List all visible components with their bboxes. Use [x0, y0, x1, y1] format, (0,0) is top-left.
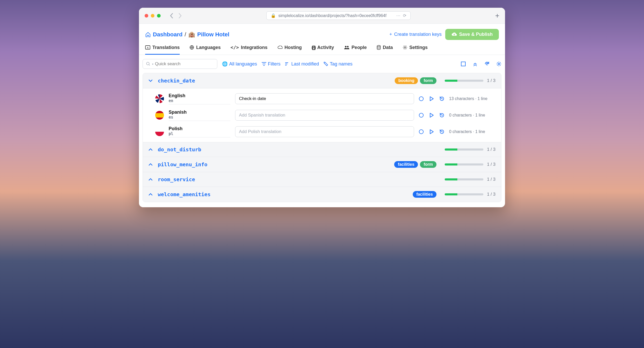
- page-header: Dashboard / 🏨 Pillow Hotel + Create tran…: [139, 24, 505, 40]
- url-text: simplelocalize.io/dashboard/projects/?ha…: [278, 13, 386, 18]
- create-keys-button[interactable]: + Create translation keys: [389, 32, 442, 37]
- key-row[interactable]: room_service1 / 3: [143, 172, 501, 187]
- tag[interactable]: facilities: [394, 161, 418, 168]
- language-label: Polishpl: [169, 126, 230, 137]
- history-icon[interactable]: [439, 96, 444, 101]
- tab-settings[interactable]: Settings: [403, 45, 428, 55]
- tab-label: People: [352, 45, 367, 50]
- expand-icon[interactable]: [461, 61, 466, 67]
- key-name[interactable]: checkin_date: [158, 78, 195, 84]
- svg-text:A: A: [147, 46, 149, 49]
- all-languages-label: All languages: [229, 61, 257, 67]
- progress-count: 1 / 3: [487, 177, 496, 182]
- forward-button[interactable]: [178, 13, 182, 19]
- collapse-all-icon[interactable]: [473, 61, 478, 67]
- key-name[interactable]: pillow_menu_info: [158, 161, 208, 168]
- tab-hosting[interactable]: Hosting: [277, 45, 302, 55]
- tag[interactable]: booking: [395, 77, 418, 84]
- translate-icon[interactable]: ⋯: [396, 13, 400, 18]
- flag-icon: [155, 94, 164, 103]
- tab-integrations[interactable]: </>Integrations: [230, 45, 268, 55]
- circle-icon[interactable]: [419, 129, 424, 134]
- tag[interactable]: form: [420, 77, 436, 84]
- tab-label: Activity: [317, 45, 334, 50]
- tab-activity[interactable]: ((·))Activity: [312, 45, 334, 55]
- key-row[interactable]: do_not_disturb1 / 3: [143, 142, 501, 157]
- key-progress: 1 / 3: [445, 177, 496, 182]
- breadcrumb-dashboard[interactable]: Dashboard: [153, 31, 183, 38]
- play-icon[interactable]: [430, 96, 434, 101]
- key-name[interactable]: do_not_disturb: [158, 146, 201, 153]
- tabs: ATranslationsLanguages</>IntegrationsHos…: [139, 40, 505, 55]
- last-modified-button[interactable]: Last modified: [285, 61, 319, 67]
- translation-input[interactable]: [235, 110, 414, 121]
- last-modified-label: Last modified: [291, 61, 319, 67]
- translation-input[interactable]: [235, 93, 414, 104]
- tab-label: Translations: [152, 45, 180, 50]
- tag[interactable]: form: [420, 161, 436, 168]
- url-field[interactable]: 🔒 simplelocalize.io/dashboard/projects/?…: [266, 11, 411, 20]
- tab-people[interactable]: People: [344, 45, 367, 55]
- breadcrumb-project[interactable]: Pillow Hotel: [197, 31, 229, 38]
- chevron-icon: [148, 79, 154, 82]
- key-name[interactable]: welcome_amenities: [158, 191, 211, 197]
- key-row[interactable]: pillow_menu_infofacilitiesform1 / 3: [143, 157, 501, 172]
- gear-icon[interactable]: [496, 61, 501, 67]
- key-progress: 1 / 3: [445, 147, 496, 152]
- chevron-down-icon: ▾: [152, 63, 153, 65]
- reload-icon[interactable]: ⟳: [403, 13, 406, 18]
- chevron-icon: [148, 193, 154, 196]
- tab-label: Settings: [409, 45, 428, 50]
- translation-meta: 0 characters · 1 line: [449, 113, 496, 118]
- progress-count: 1 / 3: [487, 162, 496, 167]
- breadcrumb-sep: /: [185, 31, 186, 38]
- translation-input[interactable]: [235, 126, 414, 137]
- url-bar: 🔒 simplelocalize.io/dashboard/projects/?…: [186, 11, 491, 20]
- new-tab-button[interactable]: +: [495, 12, 499, 20]
- svg-point-11: [419, 97, 423, 101]
- circle-icon[interactable]: [419, 113, 424, 118]
- key-row[interactable]: checkin_datebookingform1 / 3: [143, 73, 501, 88]
- maximize-window-button[interactable]: [157, 14, 161, 18]
- search-input[interactable]: [155, 61, 214, 67]
- key-progress: 1 / 3: [445, 78, 496, 83]
- history-icon[interactable]: [439, 113, 444, 118]
- home-icon[interactable]: [145, 32, 151, 37]
- traffic-lights: [145, 14, 161, 18]
- key-name[interactable]: room_service: [158, 176, 195, 183]
- tab-icon: [377, 45, 381, 50]
- tab-translations[interactable]: ATranslations: [145, 45, 180, 55]
- minimize-window-button[interactable]: [151, 14, 154, 18]
- titlebar: 🔒 simplelocalize.io/dashboard/projects/?…: [139, 8, 505, 24]
- key-row[interactable]: welcome_amenitiesfacilities1 / 3: [143, 187, 501, 202]
- language-rows: Englishen13 characters · 1 lineSpanishes…: [143, 88, 501, 142]
- back-button[interactable]: [170, 13, 174, 19]
- language-row: Englishen13 characters · 1 line: [143, 90, 501, 107]
- lock-icon: 🔒: [271, 13, 276, 18]
- svg-point-13: [419, 130, 423, 134]
- all-languages-button[interactable]: 🌐All languages: [222, 61, 257, 67]
- play-icon[interactable]: [430, 129, 434, 134]
- close-window-button[interactable]: [145, 14, 148, 18]
- toolbar-icons: [461, 61, 501, 67]
- tab-languages[interactable]: Languages: [189, 45, 221, 55]
- play-icon[interactable]: [430, 113, 434, 118]
- tag[interactable]: facilities: [413, 191, 436, 198]
- tab-icon: [403, 45, 407, 50]
- save-publish-button[interactable]: Save & Publish: [445, 29, 499, 40]
- tab-icon: [277, 46, 283, 49]
- filters-button[interactable]: Filters: [262, 61, 280, 67]
- search-input-wrap[interactable]: ▾: [143, 59, 217, 69]
- refresh-icon[interactable]: [484, 61, 490, 67]
- search-icon: [146, 62, 151, 66]
- tag-names-button[interactable]: Tag names: [324, 61, 352, 67]
- history-icon[interactable]: [439, 129, 444, 134]
- circle-icon[interactable]: [419, 96, 424, 101]
- tab-icon: A: [145, 45, 150, 49]
- progress-count: 1 / 3: [487, 192, 496, 197]
- tab-data[interactable]: Data: [377, 45, 393, 55]
- key-tags: bookingform: [395, 77, 436, 84]
- language-row: Polishpl0 characters · 1 line: [143, 123, 501, 140]
- row-actions: [419, 113, 444, 118]
- translation-meta: 0 characters · 1 line: [449, 129, 496, 134]
